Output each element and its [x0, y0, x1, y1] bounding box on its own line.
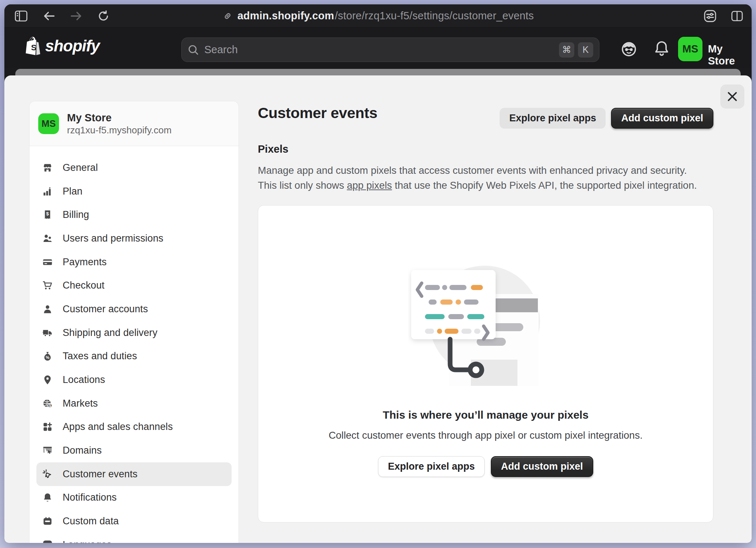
- sidebar-item-markets[interactable]: $Markets: [36, 392, 232, 415]
- empty-state-subtext: Collect customer events through app pixe…: [258, 430, 713, 441]
- svg-text:S: S: [31, 43, 36, 52]
- sidebar-item-label: Customer accounts: [63, 304, 148, 315]
- browser-chrome: admin.shopify.com/store/rzq1xu-f5/settin…: [4, 4, 752, 28]
- split-view-icon[interactable]: [730, 9, 744, 23]
- page-title: Customer events: [258, 105, 377, 122]
- pixels-empty-card: This is where you’ll manage your pixels …: [258, 205, 713, 522]
- empty-state-actions: Explore pixel apps Add custom pixel: [258, 456, 713, 477]
- pixels-illustration: [408, 262, 540, 388]
- locations-icon: [42, 375, 53, 385]
- settings-sidebar: MS My Store rzq1xu-f5.myshopify.com Gene…: [29, 101, 239, 543]
- store-name: My Store: [67, 111, 172, 124]
- search-input[interactable]: Search ⌘ K: [181, 38, 599, 62]
- payments-icon: [42, 257, 53, 267]
- store-icon: [42, 162, 53, 173]
- url-path: /store/rzq1xu-f5/settings/customer_event…: [335, 10, 534, 22]
- sidebar-item-label: Checkout: [63, 280, 105, 291]
- sidebar-item-customer-accounts[interactable]: Customer accounts: [36, 297, 232, 321]
- sidebar-item-locations[interactable]: Locations: [36, 368, 232, 392]
- sidebar-item-label: Taxes and duties: [63, 351, 137, 362]
- sidebar-item-label: Locations: [63, 374, 105, 385]
- shopify-wordmark: shopify: [45, 37, 99, 55]
- description-line2-suffix: that use the Shopify Web Pixels API, the…: [392, 180, 697, 191]
- svg-text:$: $: [46, 211, 49, 217]
- customer-accounts-icon: [42, 304, 53, 314]
- sidebar-item-apps-and-sales-channels[interactable]: Apps and sales channels: [36, 415, 232, 439]
- shortcut-k-key: K: [578, 42, 593, 58]
- sidebar-item-custom-data[interactable]: Custom data: [36, 509, 232, 533]
- account-store-name: My Store: [708, 43, 752, 67]
- sidebar-item-label: Plan: [63, 186, 82, 197]
- header-actions: Explore pixel apps Add custom pixel: [500, 108, 713, 129]
- admin-header: S shopify Search ⌘ K MS My Store: [4, 28, 752, 68]
- sidebar-item-label: Billing: [63, 209, 89, 220]
- svg-text:$: $: [49, 404, 51, 408]
- description-line2-prefix: This list only shows: [258, 180, 347, 191]
- avatar-initials: MS: [682, 43, 698, 55]
- sidebar-item-label: Languages: [63, 539, 112, 543]
- sidebar-item-domains[interactable]: Domains: [36, 439, 232, 462]
- sidebar-item-general[interactable]: General: [36, 156, 232, 180]
- sidebar-item-label: Markets: [63, 398, 98, 409]
- address-bar[interactable]: admin.shopify.com/store/rzq1xu-f5/settin…: [4, 4, 752, 27]
- taxes-icon: %: [42, 351, 53, 362]
- store-domain: rzq1xu-f5.myshopify.com: [67, 124, 172, 136]
- markets-icon: $: [42, 398, 53, 409]
- empty-explore-pixel-apps-button[interactable]: Explore pixel apps: [378, 456, 485, 477]
- app-pixels-link[interactable]: app pixels: [347, 180, 392, 191]
- sidebar-item-label: Users and permissions: [63, 233, 164, 244]
- custom-data-icon: [42, 516, 53, 527]
- sidebar-item-label: Domains: [63, 445, 102, 456]
- plan-icon: [42, 186, 53, 197]
- sidebar-item-taxes-and-duties[interactable]: %Taxes and duties: [36, 345, 232, 368]
- sidebar-item-languages[interactable]: A文Languages: [36, 533, 232, 543]
- sidebar-item-label: Shipping and delivery: [63, 327, 157, 338]
- sidebar-item-label: Custom data: [63, 516, 119, 527]
- sidebar-item-users-and-permissions[interactable]: Users and permissions: [36, 227, 232, 250]
- shipping-icon: [42, 327, 53, 338]
- settings-nav: GeneralPlan$BillingUsers and permissions…: [29, 146, 239, 543]
- search-icon: [188, 44, 199, 56]
- sidebar-item-notifications[interactable]: Notifications: [36, 486, 232, 510]
- svg-text:%: %: [46, 355, 49, 360]
- store-avatar-initials: MS: [42, 118, 56, 129]
- empty-add-custom-pixel-button[interactable]: Add custom pixel: [491, 456, 593, 477]
- checkout-icon: [42, 280, 53, 291]
- notifications-bell-icon[interactable]: [653, 40, 669, 56]
- close-button[interactable]: [720, 85, 744, 109]
- sidekick-assistant-icon[interactable]: [621, 41, 637, 57]
- empty-state-heading: This is where you’ll manage your pixels: [258, 409, 713, 421]
- shortcut-cmd-key: ⌘: [559, 42, 574, 58]
- sidebar-item-plan[interactable]: Plan: [36, 180, 232, 203]
- store-card[interactable]: MS My Store rzq1xu-f5.myshopify.com: [29, 101, 239, 146]
- link-icon: [222, 11, 233, 21]
- sidebar-item-customer-events[interactable]: Customer events: [36, 462, 232, 486]
- url-domain: admin.shopify.com: [237, 10, 334, 22]
- pixels-description: Manage app and custom pixels that access…: [258, 163, 697, 193]
- add-custom-pixel-button[interactable]: Add custom pixel: [611, 108, 713, 129]
- sidebar-item-label: Payments: [63, 257, 107, 268]
- notifications-icon: [42, 492, 53, 503]
- shopify-logo[interactable]: S shopify: [25, 36, 99, 55]
- sidebar-item-label: General: [63, 162, 98, 173]
- sidebar-item-label: Customer events: [63, 469, 138, 480]
- main-content: Customer events Explore pixel apps Add c…: [258, 75, 713, 543]
- sidebar-item-checkout[interactable]: Checkout: [36, 274, 232, 297]
- browser-window: admin.shopify.com/store/rzq1xu-f5/settin…: [4, 4, 752, 543]
- description-line1: Manage app and custom pixels that access…: [258, 165, 687, 176]
- domains-icon: [42, 445, 53, 456]
- close-icon: [727, 91, 738, 102]
- account-avatar[interactable]: MS: [678, 37, 702, 61]
- sidebar-item-shipping-and-delivery[interactable]: Shipping and delivery: [36, 321, 232, 345]
- explore-pixel-apps-button[interactable]: Explore pixel apps: [500, 108, 606, 129]
- page-settings-icon[interactable]: [703, 9, 717, 23]
- sidebar-item-label: Notifications: [63, 492, 117, 503]
- customer-events-icon: [42, 469, 53, 480]
- billing-icon: $: [42, 210, 53, 220]
- sidebar-item-billing[interactable]: $Billing: [36, 203, 232, 227]
- sidebar-item-payments[interactable]: Payments: [36, 250, 232, 274]
- settings-modal: MS My Store rzq1xu-f5.myshopify.com Gene…: [4, 75, 752, 543]
- users-icon: [42, 233, 53, 244]
- shopify-bag-icon: S: [25, 36, 42, 55]
- sidebar-item-label: Apps and sales channels: [63, 421, 173, 432]
